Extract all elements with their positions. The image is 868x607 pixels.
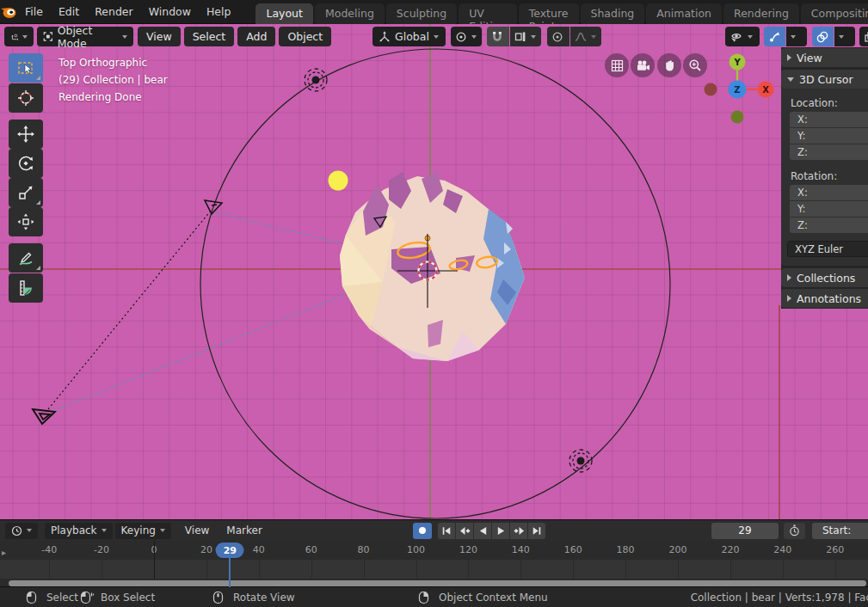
- tool-box-select[interactable]: [9, 53, 43, 83]
- menu-edit[interactable]: Edit: [51, 3, 87, 21]
- chevron-down-icon: [791, 35, 796, 39]
- viewport-3d[interactable]: Y Z X Object Mode: [0, 24, 868, 519]
- sun-light[interactable]: [329, 171, 348, 191]
- expand-channels-arrow[interactable]: ▸: [2, 548, 6, 557]
- clock-icon: [11, 525, 22, 536]
- hand-icon: [663, 58, 676, 72]
- panel-3d-cursor[interactable]: 3D Cursor: [781, 70, 868, 89]
- menu-window[interactable]: Window: [141, 3, 199, 21]
- timeline-editor-type-button[interactable]: [5, 523, 38, 539]
- proportional-edit-toggle[interactable]: [547, 27, 569, 46]
- tab-compositing[interactable]: Compositing: [801, 3, 868, 24]
- timeline-ruler[interactable]: -40-200204060801001201401601802002202402…: [0, 541, 868, 560]
- frame-gridline: [102, 560, 102, 579]
- rotation-order-dropdown[interactable]: XYZ Euler: [787, 241, 868, 257]
- frame-gridline: [835, 560, 836, 579]
- panel-view[interactable]: View: [781, 48, 868, 67]
- tool-move[interactable]: [9, 120, 43, 149]
- zoom-view-button[interactable]: [683, 53, 707, 77]
- playhead[interactable]: 29: [216, 543, 244, 558]
- timeline-tracks[interactable]: [0, 560, 868, 579]
- location-y-field[interactable]: Y:: [790, 128, 868, 144]
- view-name-text: Top Orthographic: [58, 54, 168, 71]
- location-z-field[interactable]: Z:: [790, 144, 868, 160]
- ruler-tick: 60: [305, 544, 317, 555]
- panel-collections[interactable]: Collections: [781, 268, 868, 287]
- overlays-toggle[interactable]: [812, 27, 834, 46]
- snap-target-dropdown[interactable]: [510, 27, 541, 46]
- xray-toggle[interactable]: [859, 27, 868, 46]
- pan-view-button[interactable]: [657, 53, 681, 77]
- pivot-dropdown[interactable]: [451, 27, 482, 46]
- tab-shading[interactable]: Shading: [581, 3, 645, 24]
- tool-rotate[interactable]: [9, 149, 43, 178]
- viewport-menu-select[interactable]: Select: [184, 27, 235, 46]
- camera-main[interactable]: [33, 409, 55, 424]
- chevron-down-icon: [839, 35, 844, 39]
- island-terrain[interactable]: [340, 172, 525, 361]
- menu-file[interactable]: File: [17, 3, 51, 21]
- rotation-z-field[interactable]: Z:: [790, 218, 868, 233]
- tool-measure[interactable]: [9, 273, 43, 303]
- tab-modeling[interactable]: Modeling: [315, 3, 385, 24]
- visibility-dropdown[interactable]: [725, 27, 760, 46]
- menu-help[interactable]: Help: [199, 3, 239, 21]
- tab-texture-paint[interactable]: Texture Paint: [519, 3, 579, 24]
- keying-label: Keying: [121, 524, 156, 536]
- viewport-info-text: Top Orthographic (29) Collection | bear …: [58, 54, 168, 106]
- blender-logo-icon[interactable]: [0, 5, 17, 19]
- prev-keyframe-icon: [459, 526, 471, 536]
- play-reverse-button[interactable]: [474, 523, 491, 539]
- rotation-y-field[interactable]: Y:: [790, 201, 868, 217]
- jump-end-icon: [532, 526, 542, 536]
- point-light-1[interactable]: [305, 69, 327, 91]
- orthographic-grid-button[interactable]: [605, 53, 629, 77]
- jump-to-start-button[interactable]: [438, 523, 455, 539]
- camera-view-button[interactable]: [631, 53, 655, 77]
- gizmos-dropdown[interactable]: [786, 27, 807, 46]
- tab-rendering[interactable]: Rendering: [723, 3, 799, 24]
- gizmo-neg-y[interactable]: [731, 111, 744, 124]
- jump-to-end-button[interactable]: [528, 523, 545, 539]
- chevron-down-icon: [122, 35, 127, 39]
- tab-animation[interactable]: Animation: [646, 3, 722, 24]
- auto-keying-toggle[interactable]: [413, 523, 432, 539]
- overlays-dropdown[interactable]: [834, 27, 855, 46]
- timeline-view-menu[interactable]: View: [176, 524, 218, 536]
- keying-dropdown[interactable]: Keying: [115, 523, 171, 539]
- scrollbar-thumb[interactable]: [9, 580, 866, 586]
- tool-cursor[interactable]: [9, 83, 43, 113]
- tab-layout[interactable]: Layout: [255, 3, 313, 24]
- ruler-tick: 100: [407, 544, 425, 555]
- current-frame-field[interactable]: 29: [711, 523, 779, 539]
- mode-dropdown[interactable]: Object Mode: [37, 27, 133, 46]
- gizmo-neg-x[interactable]: [705, 83, 717, 96]
- tool-scale[interactable]: [9, 178, 43, 207]
- ruler-tick: -20: [94, 544, 109, 555]
- editor-type-button[interactable]: [4, 27, 34, 46]
- next-keyframe-button[interactable]: [510, 523, 527, 539]
- use-preview-range-toggle[interactable]: [784, 523, 805, 539]
- tab-uv-editing[interactable]: UV Editing: [459, 3, 517, 24]
- play-button[interactable]: [492, 523, 509, 539]
- rotation-x-field[interactable]: X:: [790, 185, 868, 200]
- orientation-dropdown[interactable]: Global: [372, 27, 446, 46]
- menu-render[interactable]: Render: [87, 3, 141, 21]
- tab-sculpting[interactable]: Sculpting: [386, 3, 457, 24]
- viewport-menu-view[interactable]: View: [138, 27, 181, 46]
- tool-transform[interactable]: [9, 207, 43, 236]
- jump-start-icon: [441, 526, 452, 536]
- viewport-menu-object[interactable]: Object: [279, 27, 331, 46]
- viewport-menu-add[interactable]: Add: [237, 27, 275, 46]
- timeline-marker-menu[interactable]: Marker: [218, 524, 270, 536]
- location-x-field[interactable]: X:: [790, 112, 868, 127]
- playback-dropdown[interactable]: Playback: [45, 523, 113, 539]
- prev-keyframe-button[interactable]: [456, 523, 473, 539]
- tool-annotate[interactable]: [9, 243, 43, 273]
- snap-toggle[interactable]: [487, 27, 509, 46]
- frame-start-field[interactable]: Start: 1: [812, 523, 868, 539]
- panel-annotations[interactable]: Annotations: [781, 289, 868, 308]
- gizmos-toggle[interactable]: [764, 27, 785, 46]
- chevron-down-icon: [434, 35, 439, 39]
- falloff-dropdown[interactable]: [570, 27, 601, 46]
